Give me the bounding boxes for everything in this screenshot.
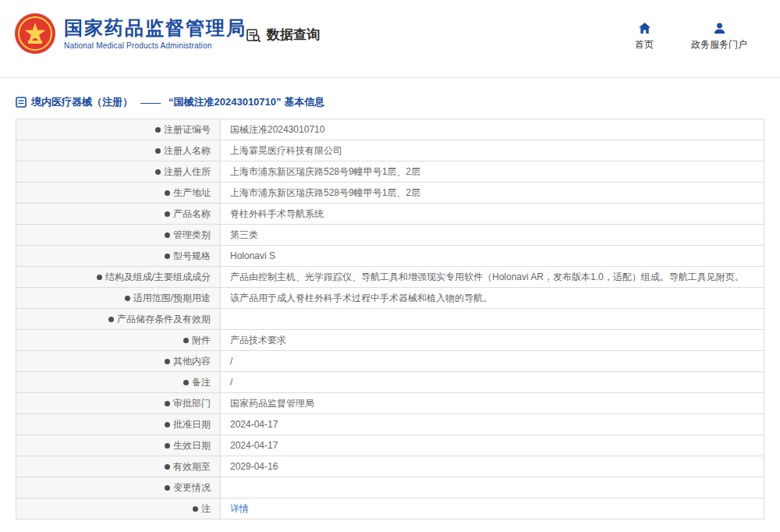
brand-text: 国家药品监督管理局 National Medical Products Admi… — [64, 17, 246, 51]
table-row: 注册人住所 上海市浦东新区瑞庆路528号9幢甲号1层、2层 — [16, 161, 764, 183]
dot-icon — [165, 232, 170, 238]
table-row: 注册人名称 上海霖晃医疗科技有限公司 — [16, 140, 764, 161]
row-label: 注册人住所 — [16, 161, 221, 183]
row-value: 脊柱外科手术导航系统 — [221, 204, 764, 225]
breadcrumb: 境内医疗器械（注册） —— “国械注准20243010710” 基本信息 — [16, 95, 764, 109]
row-value: 2029-04-16 — [221, 456, 764, 477]
table-row: 产品名称 脊柱外科手术导航系统 — [16, 204, 764, 225]
nav-portal[interactable]: 政务服务门户 — [691, 22, 747, 51]
home-icon — [638, 22, 651, 35]
row-label: 变更情况 — [16, 477, 221, 498]
row-label: 产品储存条件及有效期 — [16, 309, 221, 330]
row-value: 产品技术要求 — [221, 330, 764, 351]
row-label: 有效期至 — [16, 456, 221, 477]
row-value: 2024-04-17 — [221, 435, 764, 456]
row-value: 国械注准20243010710 — [221, 119, 764, 140]
dot-icon — [155, 169, 161, 175]
row-value: 该产品用于成人脊柱外科手术过程中手术器械和植入物的导航。 — [221, 288, 764, 309]
dot-icon — [165, 464, 170, 470]
table-row: 变更情况 — [16, 477, 764, 498]
dot-icon — [165, 190, 170, 196]
site-header: 国家药品监督管理局 National Medical Products Admi… — [0, 0, 780, 78]
row-value: Holonavi S — [221, 246, 764, 267]
row-value — [221, 477, 764, 498]
table-row: 产品储存条件及有效期 — [16, 309, 764, 330]
row-label: 其他内容 — [16, 351, 221, 372]
dot-icon — [155, 148, 161, 154]
data-query-icon — [246, 27, 261, 43]
row-value: 上海霖晃医疗科技有限公司 — [221, 140, 764, 161]
dot-icon — [125, 296, 130, 301]
table-row: 有效期至 2029-04-16 — [16, 456, 764, 477]
row-label: 备注 — [16, 372, 221, 393]
table-row: 注 详情 — [16, 498, 764, 520]
table-row: 审批部门 国家药品监督管理局 — [16, 393, 764, 414]
dot-icon — [165, 485, 170, 491]
row-label: 注册证编号 — [16, 119, 221, 140]
table-row: 生效日期 2024-04-17 — [16, 435, 764, 456]
row-value: 上海市浦东新区瑞庆路528号9幢甲号1层、2层 — [221, 161, 764, 183]
row-value: / — [221, 351, 764, 372]
dot-icon — [183, 338, 189, 343]
dot-icon — [165, 443, 170, 449]
row-label: 管理类别 — [16, 225, 221, 246]
row-value: 上海市浦东新区瑞庆路528号9幢甲号1层、2层 — [221, 183, 764, 204]
dot-icon — [183, 380, 189, 385]
row-value: / — [221, 372, 764, 393]
dot-icon — [165, 359, 170, 364]
table-row: 生产地址 上海市浦东新区瑞庆路528号9幢甲号1层、2层 — [16, 183, 764, 204]
table-row: 适用范围/预期用途 该产品用于成人脊柱外科手术过程中手术器械和植入物的导航。 — [16, 288, 764, 309]
row-label: 适用范围/预期用途 — [16, 288, 221, 309]
table-row: 批准日期 2024-04-17 — [16, 414, 764, 435]
table-row: 备注 / — [16, 372, 764, 393]
document-icon — [16, 97, 27, 108]
org-name-en: National Medical Products Administration — [64, 41, 246, 50]
row-label: 生效日期 — [16, 435, 221, 456]
brand[interactable]: 国家药品监督管理局 National Medical Products Admi… — [14, 12, 246, 55]
nav-home-label: 首页 — [635, 38, 654, 51]
dot-icon — [155, 127, 161, 133]
row-label: 注册人名称 — [16, 140, 221, 161]
table-row: 结构及组成/主要组成成分 产品由控制主机、光学跟踪仪、导航工具和增强现实专用软件… — [16, 267, 764, 288]
table-row: 管理类别 第三类 — [16, 225, 764, 246]
row-value: 第三类 — [221, 225, 764, 246]
main-content: 境内医疗器械（注册） —— “国械注准20243010710” 基本信息 注册证… — [0, 95, 780, 520]
dot-icon — [165, 211, 170, 217]
table-row: 其他内容 / — [16, 351, 764, 372]
table-row: 型号规格 Holonavi S — [16, 246, 764, 267]
national-emblem-logo-icon — [14, 12, 56, 55]
row-value: 产品由控制主机、光学跟踪仪、导航工具和增强现实专用软件（Holonavi AR，… — [221, 267, 764, 288]
row-value — [221, 309, 764, 330]
row-label: 产品名称 — [16, 204, 221, 225]
row-label: 生产地址 — [16, 183, 221, 204]
row-label: 注 — [16, 498, 221, 520]
row-label: 型号规格 — [16, 246, 221, 267]
dot-icon — [108, 317, 114, 322]
dot-icon — [193, 506, 198, 512]
nav-home[interactable]: 首页 — [635, 22, 654, 51]
detail-link[interactable]: 详情 — [230, 503, 249, 514]
row-label: 审批部门 — [16, 393, 221, 414]
row-label: 批准日期 — [16, 414, 221, 435]
registration-info-table: 注册证编号 国械注准20243010710 注册人名称 上海霖晃医疗科技有限公司… — [16, 119, 764, 520]
top-nav: 首页 政务服务门户 — [635, 22, 747, 51]
row-value: 详情 — [221, 498, 764, 520]
breadcrumb-separator: —— — [140, 97, 161, 108]
dot-icon — [165, 401, 170, 406]
org-name-cn: 国家药品监督管理局 — [64, 17, 246, 40]
page-title: “国械注准20243010710” 基本信息 — [168, 95, 324, 109]
dot-icon — [97, 275, 102, 280]
dot-icon — [165, 254, 170, 259]
data-query-tab[interactable]: 数据查询 — [246, 26, 320, 44]
row-value: 2024-04-17 — [221, 414, 764, 435]
row-label: 附件 — [16, 330, 221, 351]
row-value: 国家药品监督管理局 — [221, 393, 764, 414]
dot-icon — [165, 422, 170, 427]
row-label: 结构及组成/主要组成成分 — [16, 267, 221, 288]
nav-portal-label: 政务服务门户 — [691, 38, 747, 51]
data-query-label: 数据查询 — [267, 26, 320, 44]
table-row: 注册证编号 国械注准20243010710 — [16, 119, 764, 140]
breadcrumb-category: 境内医疗器械（注册） — [31, 95, 133, 109]
table-row: 附件 产品技术要求 — [16, 330, 764, 351]
user-icon — [713, 22, 726, 35]
